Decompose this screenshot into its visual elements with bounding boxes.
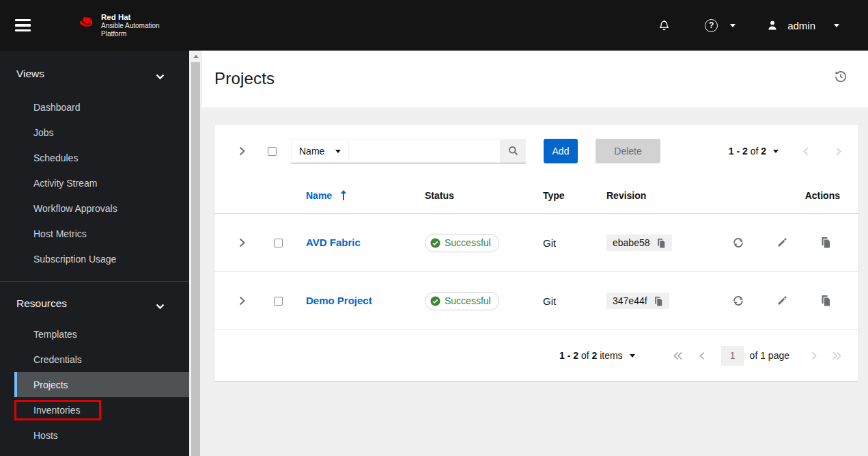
edit-project-pencil-icon[interactable] bbox=[776, 237, 788, 249]
sync-project-icon[interactable] bbox=[732, 237, 744, 249]
column-header-revision[interactable]: Revision bbox=[606, 190, 729, 201]
copy-revision-icon[interactable] bbox=[656, 238, 666, 248]
brand-line-3: Platform bbox=[101, 30, 160, 38]
revision-chip: ebabe58 bbox=[606, 234, 672, 251]
project-type: Git bbox=[543, 237, 606, 249]
sidebar-item-label: Credentials bbox=[33, 354, 82, 365]
brand-line-1: Red Hat bbox=[101, 13, 160, 22]
scrollbar-up-arrow-icon[interactable] bbox=[189, 51, 202, 62]
status-badge[interactable]: Successful bbox=[425, 234, 499, 252]
revision-value: ebabe58 bbox=[613, 237, 650, 248]
pagination-menu-caret-icon[interactable] bbox=[773, 150, 779, 153]
current-page-input[interactable] bbox=[721, 346, 744, 366]
sidebar-section-resources-label: Resources bbox=[16, 297, 67, 310]
status-label: Successful bbox=[445, 237, 491, 248]
sidebar-item-label: Activity Stream bbox=[33, 178, 97, 189]
search-button[interactable] bbox=[501, 139, 526, 163]
sidebar-item-subscription-usage[interactable]: Subscription Usage bbox=[14, 246, 189, 271]
project-name-link[interactable]: Demo Project bbox=[306, 295, 372, 306]
edit-project-pencil-icon[interactable] bbox=[776, 295, 788, 307]
sync-project-icon[interactable] bbox=[732, 295, 744, 307]
sidebar-item-workflow-approvals[interactable]: Workflow Approvals bbox=[14, 196, 189, 221]
sidebar-section-views-label: Views bbox=[16, 68, 44, 80]
sidebar-item-projects[interactable]: Projects bbox=[14, 372, 189, 397]
history-icon[interactable] bbox=[834, 70, 848, 83]
brand-line-2: Ansible Automation bbox=[101, 22, 160, 30]
sidebar-item-label: Templates bbox=[33, 329, 77, 340]
row-checkbox[interactable] bbox=[274, 239, 283, 247]
filter-attribute-select[interactable]: Name bbox=[291, 139, 349, 163]
nav-toggle-hamburger-icon[interactable] bbox=[15, 11, 46, 40]
pagination-range-text: 1 - 2 of 2 bbox=[729, 146, 766, 157]
sidebar-item-credentials[interactable]: Credentials bbox=[14, 347, 189, 372]
scrollbar-thumb[interactable] bbox=[191, 62, 200, 456]
sidebar-item-label: Jobs bbox=[33, 127, 54, 138]
projects-list-card: Name Add Delete 1 - 2 of 2 bbox=[214, 125, 858, 381]
project-type: Git bbox=[543, 295, 606, 307]
sidebar-item-label: Projects bbox=[33, 379, 68, 390]
last-page-double-chevron-icon[interactable] bbox=[832, 351, 841, 360]
status-badge[interactable]: Successful bbox=[425, 292, 499, 310]
column-header-name[interactable]: Name bbox=[306, 190, 425, 201]
next-page-chevron-icon[interactable] bbox=[811, 351, 817, 360]
first-page-double-chevron-icon[interactable] bbox=[673, 351, 683, 360]
copy-revision-icon[interactable] bbox=[654, 296, 663, 306]
next-page-chevron-icon[interactable] bbox=[836, 147, 841, 156]
red-hat-logo-icon bbox=[75, 16, 96, 34]
sidebar-item-activity-stream[interactable]: Activity Stream bbox=[14, 170, 189, 196]
sidebar-item-label: Inventories bbox=[33, 405, 80, 416]
select-all-checkbox[interactable] bbox=[268, 147, 277, 156]
page-of-label: of 1 page bbox=[750, 350, 789, 361]
project-name-link[interactable]: AVD Fabric bbox=[306, 237, 361, 248]
copy-project-icon[interactable] bbox=[820, 295, 831, 307]
column-header-actions: Actions bbox=[729, 190, 858, 201]
table-row: AVD Fabric Successful Git ebabe58 bbox=[214, 214, 858, 272]
username-label: admin bbox=[787, 20, 815, 31]
chevron-down-icon bbox=[156, 70, 165, 83]
search-input[interactable] bbox=[349, 139, 501, 163]
sidebar-item-hosts[interactable]: Hosts bbox=[14, 423, 189, 448]
sidebar-item-label: Workflow Approvals bbox=[33, 203, 117, 214]
table-header-row: Name Status Type Revision Actions bbox=[214, 177, 858, 214]
add-button[interactable]: Add bbox=[544, 139, 578, 163]
brand-logo: Red Hat Ansible Automation Platform bbox=[75, 13, 160, 38]
sidebar-nav: Views Dashboard Jobs Schedules Activity … bbox=[0, 51, 189, 456]
delete-button[interactable]: Delete bbox=[596, 139, 660, 163]
pagination-menu-caret-icon[interactable] bbox=[630, 354, 635, 358]
sort-ascending-arrow-icon bbox=[340, 190, 347, 201]
sidebar-item-templates[interactable]: Templates bbox=[14, 321, 189, 347]
sidebar-item-label: Subscription Usage bbox=[33, 254, 116, 265]
column-header-type[interactable]: Type bbox=[543, 190, 606, 201]
sidebar-item-schedules[interactable]: Schedules bbox=[14, 145, 189, 170]
sidebar-section-resources[interactable]: Resources bbox=[0, 291, 189, 316]
caret-down-icon bbox=[335, 150, 341, 153]
help-question-icon[interactable]: ? bbox=[705, 19, 718, 32]
copy-project-icon[interactable] bbox=[820, 237, 831, 249]
bottom-pagination: 1 - 2 of 2 items of 1 page bbox=[214, 330, 858, 381]
help-dropdown-caret-icon[interactable] bbox=[730, 24, 736, 27]
table-row: Demo Project Successful Git 347e44f bbox=[214, 272, 858, 330]
previous-page-chevron-icon[interactable] bbox=[699, 351, 705, 360]
user-menu-caret-icon[interactable] bbox=[834, 24, 839, 27]
column-header-status[interactable]: Status bbox=[425, 190, 543, 201]
sidebar-item-dashboard[interactable]: Dashboard bbox=[14, 94, 189, 120]
expand-all-chevron-icon[interactable] bbox=[231, 140, 253, 162]
sidebar-item-label: Dashboard bbox=[33, 102, 81, 113]
sidebar-section-views[interactable]: Views bbox=[0, 62, 189, 86]
previous-page-chevron-icon[interactable] bbox=[803, 147, 809, 156]
sidebar-item-host-metrics[interactable]: Host Metrics bbox=[14, 221, 189, 246]
pagination-items-text: 1 - 2 of 2 items bbox=[559, 350, 623, 361]
row-expand-chevron-icon[interactable] bbox=[231, 238, 253, 247]
notifications-bell-icon[interactable] bbox=[658, 19, 670, 31]
sidebar-scrollbar[interactable] bbox=[189, 51, 202, 456]
page-title: Projects bbox=[214, 69, 275, 88]
sidebar-item-jobs[interactable]: Jobs bbox=[14, 120, 189, 145]
row-expand-chevron-icon[interactable] bbox=[231, 296, 253, 306]
row-checkbox[interactable] bbox=[274, 297, 283, 306]
revision-value: 347e44f bbox=[613, 295, 647, 306]
sidebar-item-label: Host Metrics bbox=[33, 228, 87, 239]
top-pagination: 1 - 2 of 2 bbox=[729, 146, 841, 157]
page-header: Projects bbox=[202, 51, 868, 107]
sidebar-item-inventories[interactable]: Inventories bbox=[14, 397, 189, 423]
sidebar-divider bbox=[0, 281, 189, 282]
